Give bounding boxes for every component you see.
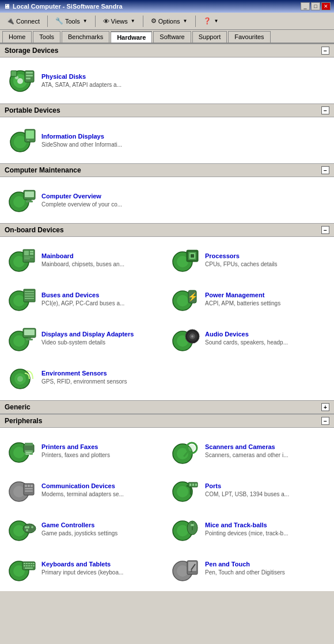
storage-devices-items: Physical Disks ATA, SATA, ATAPI adapters… [0,57,334,103]
keyboards-tablets-desc: Primary input devices (keyboa... [41,569,123,576]
communication-devices-icon [7,475,37,505]
processors-desc: CPUs, FPUs, caches details [205,260,278,268]
processors-icon [170,245,200,275]
svg-text:⚡: ⚡ [188,292,198,302]
svg-point-35 [13,295,25,306]
title-bar-controls[interactable]: _ □ ✕ [301,2,331,10]
tab-favourites[interactable]: Favourites [228,31,270,43]
communication-devices-desc: Modems, terminal adapters se... [41,490,124,498]
item-communication-devices[interactable]: Communication Devices Modems, terminal a… [5,471,166,508]
item-processors[interactable]: Processors CPUs, FPUs, caches details [168,241,329,278]
printers-faxes-icon [7,436,37,466]
svg-rect-26 [24,256,33,258]
item-keyboards-tablets[interactable]: Keyboards and Tablets Primary input devi… [5,550,166,586]
item-mainboard[interactable]: Mainboard Mainboard, chipsets, buses an.… [5,241,166,278]
item-environment-sensors[interactable]: Environment Sensors GPS, RFID, environme… [5,359,329,396]
views-icon: 👁 [103,18,109,25]
computer-maintenance-items: Computer Overview Complete overview of y… [0,177,334,223]
tools-button[interactable]: 🔧 Tools ▼ [51,14,92,28]
svg-rect-78 [25,488,33,489]
item-audio-devices[interactable]: Audio Devices Sound cards, speakers, hea… [168,320,329,356]
connect-button[interactable]: 🔌 Connect [2,14,44,28]
information-displays-desc: SideShow and other Informati... [41,141,122,148]
svg-rect-108 [26,565,28,566]
scanners-cameras-icon [170,436,200,466]
keyboards-tablets-icon [7,553,37,583]
ports-text: Ports COM, LPT, USB, 1394 buses a... [205,482,289,498]
tab-hardware[interactable]: Hardware [111,31,152,43]
options-button[interactable]: ⚙ Options ▼ [147,14,192,28]
buses-devices-text: Buses and Devices PCI(e), AGP, PC-Card b… [41,292,124,307]
displays-adapters-text: Displays and Display Adapters Video sub-… [41,331,134,346]
svg-rect-6 [26,75,33,76]
processors-title: Processors [205,252,278,259]
title-bar: 🖥 Local Computer - SiSoftware Sandra _ □… [0,0,334,13]
svg-point-114 [177,565,188,577]
mainboard-icon [7,245,37,275]
help-dropdown-arrow: ▼ [214,18,219,24]
computer-maintenance-toggle[interactable]: − [321,166,329,174]
peripherals-toggle[interactable]: − [321,417,329,425]
svg-rect-66 [26,454,30,455]
portable-devices-toggle[interactable]: − [321,106,329,114]
svg-rect-65 [26,452,32,453]
connect-label: Connect [16,18,40,25]
svg-rect-83 [189,484,191,486]
mice-trackballs-text: Mice and Track-balls Pointing devices (m… [205,522,289,537]
views-dropdown-arrow: ▼ [131,18,135,24]
tab-benchmarks[interactable]: Benchmarks [62,31,109,43]
maximize-button[interactable]: □ [311,2,320,10]
item-mice-trackballs[interactable]: Mice and Track-balls Pointing devices (m… [168,511,329,547]
item-displays-adapters[interactable]: Displays and Display Adapters Video sub-… [5,320,166,356]
generic-toggle[interactable]: + [321,403,329,411]
physical-disks-title: Physical Disks [41,73,122,80]
game-controllers-title: Game Controllers [41,522,117,528]
svg-point-75 [25,485,27,487]
generic-title: Generic [5,403,31,411]
help-icon: ❓ [203,17,211,25]
svg-point-87 [13,525,25,536]
onboard-devices-toggle[interactable]: − [321,226,329,234]
svg-rect-110 [31,565,32,566]
item-ports[interactable]: Ports COM, LPT, USB, 1394 buses a... [168,471,329,508]
buses-devices-icon [7,284,37,314]
printers-faxes-text: Printers and Faxes Printers, faxes and p… [41,443,110,459]
mainboard-title: Mainboard [41,252,124,259]
printers-faxes-desc: Printers, faxes and plotters [41,451,110,459]
item-computer-overview[interactable]: Computer Overview Complete overview of y… [5,182,329,218]
information-displays-title: Information Displays [41,133,122,140]
help-button[interactable]: ❓ ▼ [199,14,223,28]
information-displays-text: Information Displays SideShow and other … [41,133,122,148]
computer-overview-text: Computer Overview Complete overview of y… [41,193,122,208]
item-buses-devices[interactable]: Buses and Devices PCI(e), AGP, PC-Card b… [5,281,166,317]
ports-title: Ports [205,482,289,489]
item-printers-faxes[interactable]: Printers and Faxes Printers, faxes and p… [5,432,166,469]
item-power-management[interactable]: ⚡ Power Management ACPI, APM, batteries … [168,281,329,317]
svg-rect-5 [26,72,33,74]
minimize-button[interactable]: _ [301,2,310,10]
svg-point-88 [23,524,36,533]
item-scanners-cameras[interactable]: Scanners and Cameras Scanners, cameras a… [168,432,329,469]
pen-touch-text: Pen and Touch Pen, Touch and other Digit… [205,561,285,576]
tab-home[interactable]: Home [2,31,32,43]
tab-software[interactable]: Software [153,31,191,43]
svg-rect-63 [25,443,33,446]
close-button[interactable]: ✕ [321,2,331,10]
svg-point-59 [17,376,23,382]
main-content: Storage Devices − Physical Disks [0,44,334,591]
svg-rect-19 [26,201,33,202]
power-management-desc: ACPI, APM, batteries settings [205,300,280,307]
tab-tools[interactable]: Tools [33,31,60,43]
item-physical-disks[interactable]: Physical Disks ATA, SATA, ATAPI adapters… [5,62,329,99]
mice-trackballs-title: Mice and Track-balls [205,522,289,528]
item-game-controllers[interactable]: Game Controllers Game pads, joysticks se… [5,511,166,547]
item-information-displays[interactable]: Information Displays SideShow and other … [5,122,329,159]
views-button[interactable]: 👁 Views ▼ [99,14,139,28]
storage-devices-toggle[interactable]: − [321,47,329,55]
title-bar-left: 🖥 Local Computer - SiSoftware Sandra [3,3,123,10]
item-pen-touch[interactable]: Pen and Touch Pen, Touch and other Digit… [168,550,329,586]
communication-devices-title: Communication Devices [41,482,124,489]
audio-devices-text: Audio Devices Sound cards, speakers, hea… [205,331,288,346]
power-management-title: Power Management [205,292,280,298]
tab-support[interactable]: Support [192,31,227,43]
